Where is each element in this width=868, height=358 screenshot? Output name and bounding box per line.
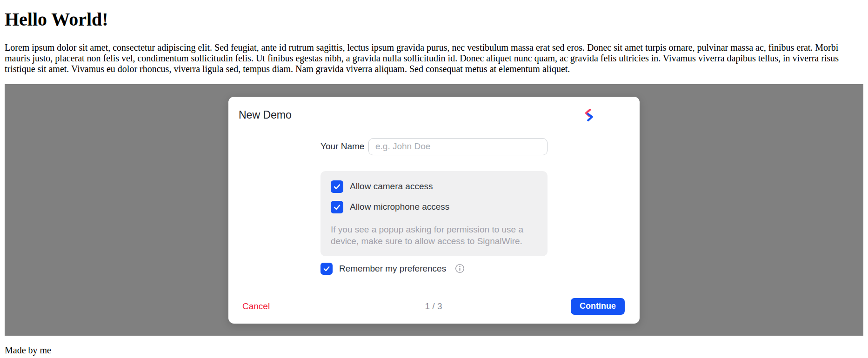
your-name-input[interactable] <box>368 138 548 155</box>
camera-checkbox-label: Allow camera access <box>350 181 433 192</box>
name-field-row: Your Name <box>320 138 548 155</box>
checkmark-icon <box>322 265 331 273</box>
intro-paragraph: Lorem ipsum dolor sit amet, consectetur … <box>5 42 863 74</box>
modal-body: Your Name Allow camera access <box>320 138 548 275</box>
continue-button[interactable]: Continue <box>571 298 625 315</box>
modal-title: New Demo <box>239 109 628 121</box>
microphone-checkbox[interactable] <box>331 201 343 213</box>
new-demo-dialog: New Demo Your Name <box>228 97 640 324</box>
footer-note: Made by me <box>5 345 863 356</box>
microphone-checkbox-label: Allow microphone access <box>350 202 449 212</box>
your-name-label: Your Name <box>320 141 363 152</box>
camera-checkbox[interactable] <box>331 180 343 193</box>
page-title: Hello World! <box>5 8 863 30</box>
signalwire-logo-icon <box>583 108 595 122</box>
remember-checkbox[interactable] <box>320 263 333 275</box>
checkmark-icon <box>333 182 341 191</box>
checkmark-icon <box>333 203 341 212</box>
modal-footer: Cancel 1 / 3 Continue <box>228 298 640 324</box>
info-icon[interactable] <box>455 264 465 273</box>
modal-header: New Demo <box>228 97 640 121</box>
page: Hello World! Lorem ipsum dolor sit amet,… <box>5 8 863 356</box>
cancel-button[interactable]: Cancel <box>242 301 270 312</box>
microphone-access-checkbox-row[interactable]: Allow microphone access <box>331 201 537 213</box>
remember-checkbox-label: Remember my preferences <box>339 264 446 274</box>
remember-preferences-row[interactable]: Remember my preferences <box>320 263 548 275</box>
permission-hint: If you see a popup asking for permission… <box>331 224 526 247</box>
step-indicator: 1 / 3 <box>425 301 442 312</box>
camera-access-checkbox-row[interactable]: Allow camera access <box>331 180 537 193</box>
permissions-panel: Allow camera access Allow microphone acc… <box>320 171 548 256</box>
demo-overlay: New Demo Your Name <box>5 84 863 336</box>
